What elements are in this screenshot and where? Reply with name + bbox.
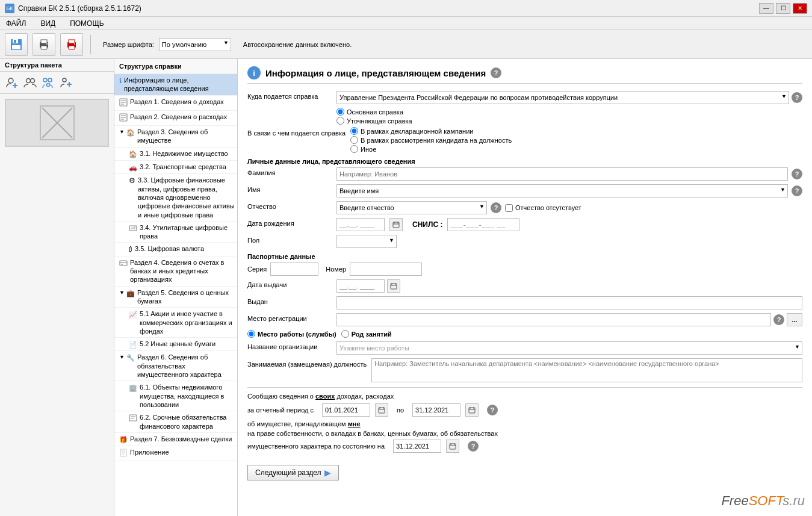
next-section-button[interactable]: Следующий раздел ▶ bbox=[247, 465, 339, 480]
window-controls[interactable]: — ☐ ✕ bbox=[759, 3, 807, 14]
property-date-input[interactable] bbox=[393, 440, 441, 453]
occupation-radio-label[interactable]: Род занятий bbox=[341, 330, 392, 338]
gender-select[interactable]: Мужской Женский bbox=[336, 235, 397, 248]
radio-clarify[interactable]: Уточняющая справка bbox=[336, 117, 412, 125]
section-help-icon[interactable]: ? bbox=[491, 67, 501, 78]
svg-rect-5 bbox=[41, 40, 47, 43]
radio-main[interactable]: Основная справка bbox=[336, 108, 412, 116]
number-field: Номер bbox=[326, 263, 422, 276]
reason-campaign-input[interactable] bbox=[350, 127, 358, 135]
tree-item-info[interactable]: ℹ Информация о лице, представляющем свед… bbox=[114, 74, 237, 96]
save-button[interactable] bbox=[5, 33, 28, 56]
tree-item-section6[interactable]: ▼ 🔧 Раздел 6. Сведения об обязательствах… bbox=[114, 351, 237, 381]
menu-file[interactable]: ФАЙЛ bbox=[4, 18, 28, 29]
radio-main-input[interactable] bbox=[336, 108, 344, 116]
menu-view[interactable]: ВИД bbox=[38, 18, 58, 29]
series-input[interactable] bbox=[270, 263, 318, 276]
last-name-input[interactable] bbox=[336, 167, 788, 181]
tree-item-section3-3-label: 3.3. Цифровые финансовые активы, цифровы… bbox=[138, 176, 235, 219]
no-middle-name-checkbox-label[interactable]: Отчество отсутствует bbox=[505, 204, 581, 212]
family-icon[interactable] bbox=[41, 75, 55, 90]
period-to-input[interactable] bbox=[412, 403, 460, 417]
tree-title: Структура справки bbox=[114, 59, 237, 74]
property-date-picker[interactable] bbox=[446, 440, 459, 453]
no-middle-name-checkbox[interactable] bbox=[505, 204, 513, 212]
birth-date-input[interactable] bbox=[336, 218, 385, 231]
tree-item-section3-3[interactable]: ⚙ 3.3. Цифровые финансовые активы, цифро… bbox=[114, 174, 237, 221]
tree-item-section3-2[interactable]: 🚗 3.2. Транспортные средства bbox=[114, 161, 237, 174]
reason-campaign[interactable]: В рамках декларационной кампании bbox=[350, 127, 512, 135]
gender-label: Пол bbox=[247, 235, 332, 244]
registration-browse[interactable]: ... bbox=[787, 313, 802, 326]
org-name-selector[interactable]: Укажите место работы bbox=[336, 341, 802, 355]
minimize-button[interactable]: — bbox=[759, 3, 773, 14]
occupation-radio[interactable] bbox=[341, 330, 349, 338]
tree-item-section3[interactable]: ▼ 🏠 Раздел 3. Сведения об имуществе bbox=[114, 126, 237, 148]
number-input[interactable] bbox=[350, 263, 422, 276]
section5-1-icon: 📈 bbox=[129, 310, 137, 319]
reason-other[interactable]: Иное bbox=[350, 145, 512, 153]
where-selector[interactable]: Управление Президента Российской Федерац… bbox=[336, 91, 789, 104]
tree-item-section6-2[interactable]: 6.2. Срочные обязательства финансового х… bbox=[114, 411, 237, 433]
tree-item-section1[interactable]: Раздел 1. Сведения о доходах bbox=[114, 96, 237, 111]
print-button[interactable] bbox=[33, 33, 55, 56]
radio-clarify-input[interactable] bbox=[336, 117, 344, 125]
menu-help[interactable]: ПОМОЩЬ bbox=[67, 18, 106, 29]
period-from-input[interactable] bbox=[322, 403, 370, 417]
autosave-status: Автосохранение данных включено. bbox=[243, 41, 352, 48]
tree-item-section3-1[interactable]: 🏠 3.1. Недвижимое имущество bbox=[114, 148, 237, 161]
tree-item-section2[interactable]: Раздел 2. Сведения о расходах bbox=[114, 111, 237, 126]
tree-item-section6-1[interactable]: 🏢 6.1. Объекты недвижимого имущества, на… bbox=[114, 381, 237, 411]
gender-selector[interactable]: Мужской Женский bbox=[336, 235, 397, 248]
add-person-icon[interactable] bbox=[5, 75, 19, 90]
section5-expand-icon[interactable]: ▼ bbox=[119, 290, 125, 297]
where-help-icon[interactable]: ? bbox=[792, 92, 802, 103]
font-size-selector[interactable]: По умолчанию Малый Средний Большой bbox=[159, 38, 231, 51]
middle-name-select[interactable]: Введите отчество bbox=[336, 201, 487, 214]
tree-item-section3-2-label: 3.2. Транспортные средства bbox=[140, 163, 226, 171]
section3-expand-icon[interactable]: ▼ bbox=[119, 129, 125, 136]
font-size-select[interactable]: По умолчанию Малый Средний Большой bbox=[159, 38, 231, 51]
workplace-radio[interactable] bbox=[247, 330, 255, 338]
tree-item-section5[interactable]: ▼ 💼 Раздел 5. Сведения о ценных бумагах bbox=[114, 287, 237, 308]
person-photo bbox=[5, 99, 109, 147]
passport-title: Паспортные данные bbox=[247, 253, 802, 260]
issue-date-input[interactable] bbox=[336, 279, 385, 293]
position-textarea[interactable] bbox=[371, 358, 802, 382]
last-name-help[interactable]: ? bbox=[792, 169, 802, 179]
maximize-button[interactable]: ☐ bbox=[776, 3, 790, 14]
print-red-button[interactable] bbox=[60, 33, 83, 56]
reason-candidate[interactable]: В рамках рассмотрения кандидата на должн… bbox=[350, 136, 512, 144]
period-from-picker[interactable] bbox=[375, 403, 388, 417]
tree-item-appendix[interactable]: Приложение bbox=[114, 446, 237, 461]
issued-input[interactable] bbox=[336, 296, 802, 309]
registration-help[interactable]: ? bbox=[773, 314, 784, 325]
tree-item-section5-1[interactable]: 📈 5.1 Акции и иное участие в коммерчески… bbox=[114, 308, 237, 338]
tree-item-section3-5[interactable]: ₿ 3.5. Цифровая валюта bbox=[114, 243, 237, 256]
persons-icon[interactable] bbox=[23, 75, 37, 90]
tree-item-section3-4[interactable]: 3.4. Утилитарные цифровые права bbox=[114, 222, 237, 243]
section6-expand-icon[interactable]: ▼ bbox=[119, 354, 125, 361]
close-button[interactable]: ✕ bbox=[793, 3, 807, 14]
reason-other-input[interactable] bbox=[350, 145, 358, 153]
tree-item-section7[interactable]: 🎁 Раздел 7. Безвозмездные сделки bbox=[114, 433, 237, 446]
reason-candidate-input[interactable] bbox=[350, 136, 358, 144]
workplace-radio-label[interactable]: Место работы (службы) bbox=[247, 330, 336, 338]
period-help[interactable]: ? bbox=[487, 405, 498, 415]
first-name-help[interactable]: ? bbox=[792, 185, 802, 196]
period-to-picker[interactable] bbox=[465, 403, 479, 417]
snils-input[interactable] bbox=[447, 218, 519, 231]
tree-item-section5-2[interactable]: 📄 5.2 Иные ценные бумаги bbox=[114, 338, 237, 351]
where-select[interactable]: Управление Президента Российской Федерац… bbox=[336, 91, 789, 104]
tree-item-section4[interactable]: Раздел 4. Сведения о счетах в банках и и… bbox=[114, 256, 237, 287]
add-family-icon[interactable] bbox=[59, 75, 73, 90]
property-date-help[interactable]: ? bbox=[468, 441, 479, 452]
section7-icon: 🎁 bbox=[119, 435, 128, 444]
issue-date-label: Дата выдачи bbox=[247, 279, 332, 288]
org-name-select[interactable]: Укажите место работы bbox=[336, 341, 802, 355]
birth-date-picker[interactable] bbox=[389, 218, 403, 231]
middle-name-help[interactable]: ? bbox=[491, 202, 501, 213]
registration-input[interactable] bbox=[336, 313, 771, 326]
issue-date-picker[interactable] bbox=[387, 279, 400, 293]
first-name-select[interactable]: Введите имя bbox=[336, 184, 788, 197]
